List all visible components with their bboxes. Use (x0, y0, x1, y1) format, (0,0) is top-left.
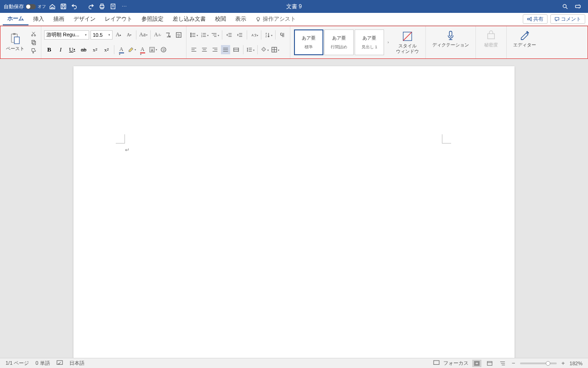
svg-text:A: A (151, 48, 153, 52)
tell-me-assist[interactable]: 操作アシスト (251, 15, 300, 23)
phonetic-guide-icon[interactable]: Aル (153, 30, 162, 40)
search-icon[interactable] (560, 2, 570, 11)
titlebar-left: 自動保存 オフ ⋯ (0, 2, 129, 11)
underline-button[interactable]: U▾ (67, 45, 77, 55)
align-left-icon[interactable] (189, 45, 198, 54)
document-page[interactable]: ↵ (74, 66, 514, 358)
align-right-icon[interactable] (210, 45, 220, 54)
svg-rect-33 (434, 360, 439, 364)
status-bar: 1/1 ページ 0 単語 日本語 フォーカス − + 182% (0, 358, 588, 368)
redo-icon[interactable] (86, 2, 96, 11)
language-status[interactable]: 日本語 (69, 360, 85, 367)
justify-icon[interactable] (221, 45, 230, 54)
dictation-button[interactable]: ディクテーション (429, 28, 473, 50)
document-title: 文書 9 (286, 3, 302, 11)
save-icon[interactable] (59, 2, 68, 11)
tab-references[interactable]: 参照設定 (137, 13, 168, 25)
web-layout-view-icon[interactable] (485, 360, 494, 367)
enclose-characters-icon[interactable]: 字 (174, 30, 183, 40)
outline-view-icon[interactable] (498, 360, 507, 367)
print-icon[interactable] (97, 2, 107, 11)
asian-layout-icon[interactable]: A文 (249, 30, 259, 40)
word-count[interactable]: 0 単語 (35, 360, 50, 367)
ribbon-options-icon[interactable] (573, 2, 582, 11)
decrease-indent-icon[interactable] (225, 30, 234, 40)
undo-dropdown-icon[interactable] (81, 2, 85, 11)
tab-design[interactable]: デザイン (69, 13, 100, 25)
tab-mailings[interactable]: 差し込み文書 (168, 13, 210, 25)
share-button[interactable]: 共有 (523, 14, 548, 24)
borders-icon[interactable] (271, 45, 280, 54)
spellcheck-icon[interactable] (57, 360, 63, 367)
home-icon[interactable] (48, 2, 57, 11)
styles-pane-button[interactable]: スタイル ウィンドウ (392, 29, 423, 56)
highlight-icon[interactable] (127, 45, 136, 54)
font-name-select[interactable]: 游明朝 Regu... (44, 30, 89, 40)
undo-icon[interactable] (70, 2, 79, 11)
increase-indent-icon[interactable] (235, 30, 244, 40)
tab-review[interactable]: 校閲 (210, 13, 231, 25)
focus-label[interactable]: フォーカス (443, 360, 469, 367)
svg-text:文: 文 (254, 34, 256, 37)
strikethrough-button[interactable]: ab (79, 45, 89, 55)
shrink-font-icon[interactable]: A▾ (124, 30, 134, 40)
autosave-toggle[interactable]: 自動保存 オフ (4, 3, 46, 10)
toggle-icon (26, 4, 36, 9)
font-size-select[interactable]: 10.5 (90, 30, 113, 40)
numbering-icon[interactable]: 123 (200, 30, 209, 40)
svg-point-3 (563, 5, 566, 8)
paste-button[interactable]: ペースト (3, 31, 27, 54)
print-layout-view-icon[interactable] (472, 360, 481, 367)
zoom-in-button[interactable]: + (560, 360, 566, 367)
tab-layout[interactable]: レイアウト (100, 13, 137, 25)
distributed-icon[interactable] (232, 45, 241, 54)
tab-draw[interactable]: 描画 (49, 13, 69, 25)
focus-icon[interactable] (433, 360, 440, 367)
character-shading-icon[interactable]: A (148, 45, 158, 54)
page-count[interactable]: 1/1 ページ (6, 360, 29, 367)
shading-icon[interactable] (260, 45, 269, 54)
show-marks-icon[interactable] (278, 30, 287, 40)
change-case-icon[interactable]: Aa (139, 30, 148, 40)
svg-rect-35 (475, 362, 478, 364)
text-effects-icon[interactable]: A (117, 45, 126, 54)
document-area[interactable]: ↵ (0, 59, 588, 358)
clear-formatting-icon[interactable] (164, 30, 173, 40)
svg-text:3: 3 (201, 35, 203, 38)
zoom-out-button[interactable]: − (511, 360, 516, 367)
zoom-thumb[interactable] (546, 361, 550, 366)
tab-insert[interactable]: 挿入 (28, 13, 49, 25)
ribbon: ペースト 游明朝 Regu... 10.5 A▴ A▾ Aa Aル 字 (0, 26, 588, 59)
style-no-spacing[interactable]: あア亜 行間詰め (324, 29, 354, 55)
more-icon[interactable]: ⋯ (119, 2, 129, 11)
superscript-button[interactable]: x2 (102, 45, 112, 55)
cut-icon[interactable] (30, 30, 37, 38)
enclosed-char-icon[interactable]: 字 (159, 45, 168, 54)
bold-button[interactable]: B (44, 45, 54, 55)
grow-font-icon[interactable]: A▴ (114, 30, 123, 40)
italic-button[interactable]: I (56, 45, 66, 55)
style-heading1[interactable]: あア亜 見出し 1 (355, 29, 384, 55)
sort-icon[interactable]: AZ (264, 30, 273, 40)
share-icon (527, 17, 532, 22)
bullets-icon[interactable] (189, 30, 198, 40)
template-icon[interactable] (108, 2, 118, 11)
format-painter-icon[interactable] (30, 47, 37, 54)
styles-more-icon[interactable]: › (385, 40, 391, 45)
subscript-button[interactable]: x2 (90, 45, 100, 55)
ribbon-group-font: 游明朝 Regu... 10.5 A▴ A▾ Aa Aル 字 B I U▾ ab… (41, 26, 187, 58)
multilevel-list-icon[interactable] (210, 30, 220, 40)
align-center-icon[interactable] (200, 45, 209, 54)
tab-view[interactable]: 表示 (231, 13, 251, 25)
line-spacing-icon[interactable] (246, 45, 255, 54)
tab-home[interactable]: ホーム (3, 13, 28, 25)
zoom-slider[interactable] (520, 362, 557, 364)
zoom-level[interactable]: 182% (570, 361, 582, 366)
font-color-icon[interactable]: A (138, 45, 147, 54)
style-normal[interactable]: あア亜 標準 (294, 29, 323, 55)
svg-text:A: A (266, 32, 267, 35)
comment-button[interactable]: コメント (550, 14, 585, 24)
comment-icon (554, 17, 560, 22)
editor-button[interactable]: エディター (509, 28, 540, 50)
copy-icon[interactable] (30, 39, 37, 46)
